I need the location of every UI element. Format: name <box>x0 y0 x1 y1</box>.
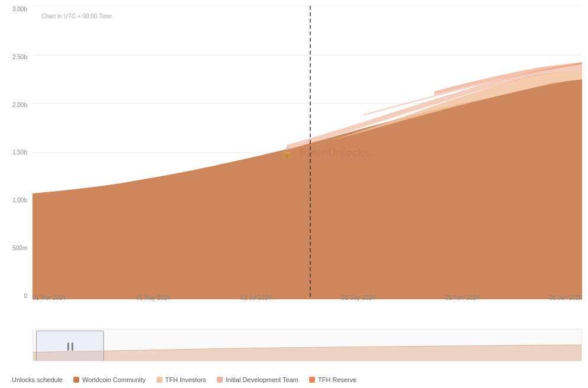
legend: Unlocks schedule Worldcoin Community TFH… <box>12 376 582 383</box>
chart-svg <box>33 6 582 299</box>
mini-selector[interactable] <box>36 331 104 361</box>
x-label-may24: 01 May 2024 <box>136 295 170 301</box>
main-chart-area: Today 🔒 TokenUnlocks. <box>33 6 582 299</box>
legend-tfh-investors-dot <box>157 377 163 383</box>
mini-chart-svg <box>33 329 581 361</box>
x-label-jan25: 01 Jan 2025 <box>550 295 582 301</box>
legend-initial-dev-label: Initial Development Team <box>226 376 298 383</box>
legend-worldcoin: Worldcoin Community <box>73 376 145 383</box>
mini-handle-right[interactable] <box>72 342 73 351</box>
legend-worldcoin-label: Worldcoin Community <box>82 376 145 383</box>
x-axis: 01 Mar 2024 01 May 2024 01 Jul 2024 01 S… <box>33 295 582 301</box>
legend-worldcoin-dot <box>73 377 79 383</box>
y-label-100b: 1.00b <box>12 197 27 203</box>
x-label-sep24: 01 Sep 2024 <box>342 295 375 301</box>
legend-tfh-investors: TFH Investors <box>157 376 206 383</box>
legend-tfh-investors-label: TFH Investors <box>165 376 206 383</box>
x-label-mar24: 01 Mar 2024 <box>33 295 66 301</box>
legend-unlocks-schedule: Unlocks schedule <box>12 376 63 383</box>
mini-chart[interactable] <box>33 329 582 361</box>
chart-container: 3.00b 2.50b 2.00b 1.50b 1.00b 500m 0 Cha… <box>0 0 588 388</box>
legend-tfh-reserve-label: TFH Reserve <box>318 376 356 383</box>
y-axis: 3.00b 2.50b 2.00b 1.50b 1.00b 500m 0 <box>0 6 31 299</box>
y-label-300b: 3.00b <box>12 6 27 12</box>
legend-initial-dev-team: Initial Development Team <box>217 376 298 383</box>
y-label-250b: 2.50b <box>12 54 27 60</box>
legend-tfh-reserve: TFH Reserve <box>309 376 356 383</box>
legend-unlocks-label: Unlocks schedule <box>12 376 63 383</box>
y-label-500m: 500m <box>12 245 27 251</box>
x-label-nov24: 01 Nov 2024 <box>446 295 479 301</box>
y-label-0: 0 <box>24 293 27 299</box>
x-label-jul24: 01 Jul 2024 <box>241 295 271 301</box>
legend-tfh-reserve-dot <box>309 377 315 383</box>
mini-handle-left[interactable] <box>67 342 69 351</box>
legend-initial-dev-dot <box>217 377 223 383</box>
y-label-150b: 1.50b <box>12 149 27 156</box>
y-label-200b: 2.00b <box>12 102 27 108</box>
